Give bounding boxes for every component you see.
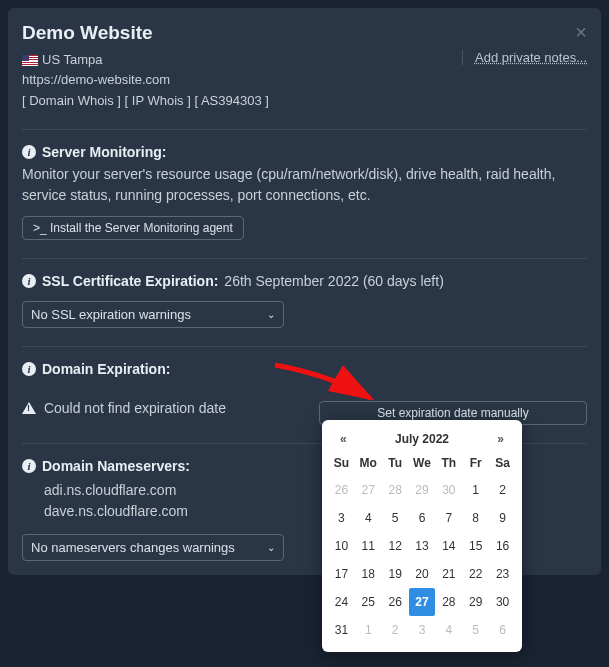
set-expiration-label: Set expiration date manually	[377, 406, 528, 420]
datepicker-day[interactable]: 6	[409, 504, 436, 532]
divider	[22, 258, 587, 259]
datepicker-day[interactable]: 27	[409, 588, 436, 616]
datepicker-day[interactable]: 8	[462, 504, 489, 532]
datepicker-day[interactable]: 3	[409, 616, 436, 644]
server-monitoring-desc: Monitor your server's resource usage (cp…	[22, 164, 587, 206]
datepicker-day[interactable]: 4	[355, 504, 382, 532]
datepicker-header: « July 2022 »	[328, 428, 516, 450]
add-notes-link[interactable]: Add private notes...	[462, 50, 587, 65]
datepicker-day[interactable]: 18	[355, 560, 382, 588]
datepicker-dow: We	[409, 450, 436, 476]
datepicker-day[interactable]: 28	[382, 476, 409, 504]
datepicker-day[interactable]: 5	[462, 616, 489, 644]
datepicker-dow: Mo	[355, 450, 382, 476]
datepicker-day[interactable]: 26	[328, 476, 355, 504]
location-line: US Tampa	[22, 50, 269, 70]
datepicker-day[interactable]: 26	[382, 588, 409, 616]
datepicker-day[interactable]: 28	[435, 588, 462, 616]
datepicker-day[interactable]: 7	[435, 504, 462, 532]
server-monitoring-title: i Server Monitoring:	[22, 144, 587, 160]
datepicker-day[interactable]: 2	[489, 476, 516, 504]
datepicker-day[interactable]: 10	[328, 532, 355, 560]
site-url[interactable]: https://demo-website.com	[22, 70, 269, 90]
section-label: Server Monitoring:	[42, 144, 166, 160]
nameservers-warnings-select[interactable]: No nameservers changes warnings ⌄	[22, 534, 284, 561]
datepicker-day[interactable]: 19	[382, 560, 409, 588]
info-icon: i	[22, 145, 36, 159]
info-icon: i	[22, 459, 36, 473]
datepicker-day[interactable]: 29	[409, 476, 436, 504]
ssl-title: SSL Certificate Expiration:	[42, 273, 218, 289]
datepicker-day[interactable]: 11	[355, 532, 382, 560]
divider	[22, 129, 587, 130]
us-flag-icon	[22, 55, 38, 66]
datepicker-next-button[interactable]: »	[493, 432, 508, 446]
divider	[22, 346, 587, 347]
ssl-value: 26th September 2022 (60 days left)	[224, 273, 443, 289]
datepicker-day[interactable]: 6	[489, 616, 516, 644]
datepicker-day[interactable]: 27	[355, 476, 382, 504]
datepicker-day[interactable]: 1	[462, 476, 489, 504]
ssl-warnings-select[interactable]: No SSL expiration warnings ⌄	[22, 301, 284, 328]
expiration-warning: Could not find expiration date	[22, 400, 226, 416]
header-row: US Tampa https://demo-website.com [ Doma…	[22, 50, 587, 111]
datepicker-day[interactable]: 13	[409, 532, 436, 560]
install-agent-button[interactable]: >_ Install the Server Monitoring agent	[22, 216, 244, 240]
section-label: Domain Nameservers:	[42, 458, 190, 474]
domain-expiration-title: i Domain Expiration:	[22, 361, 587, 377]
datepicker-day[interactable]: 24	[328, 588, 355, 616]
datepicker-grid: SuMoTuWeThFrSa26272829301234567891011121…	[328, 450, 516, 644]
datepicker-day[interactable]: 2	[382, 616, 409, 644]
warning-text: Could not find expiration date	[44, 400, 226, 416]
ns-select-label: No nameservers changes warnings	[31, 540, 235, 555]
page-title: Demo Website	[22, 22, 587, 44]
datepicker-day[interactable]: 1	[355, 616, 382, 644]
datepicker-dow: Sa	[489, 450, 516, 476]
location-text: US Tampa	[42, 52, 102, 67]
datepicker-popover: « July 2022 » SuMoTuWeThFrSa262728293012…	[322, 420, 522, 652]
section-label: Domain Expiration:	[42, 361, 170, 377]
datepicker-day[interactable]: 14	[435, 532, 462, 560]
datepicker-day[interactable]: 15	[462, 532, 489, 560]
info-icon: i	[22, 274, 36, 288]
datepicker-day[interactable]: 30	[489, 588, 516, 616]
ssl-row: i SSL Certificate Expiration: 26th Septe…	[22, 273, 587, 289]
datepicker-day[interactable]: 31	[328, 616, 355, 644]
datepicker-dow: Tu	[382, 450, 409, 476]
datepicker-day[interactable]: 30	[435, 476, 462, 504]
datepicker-day[interactable]: 12	[382, 532, 409, 560]
datepicker-dow: Th	[435, 450, 462, 476]
ssl-select-label: No SSL expiration warnings	[31, 307, 191, 322]
datepicker-day[interactable]: 3	[328, 504, 355, 532]
datepicker-day[interactable]: 17	[328, 560, 355, 588]
install-agent-label: >_ Install the Server Monitoring agent	[33, 221, 233, 235]
chevron-down-icon: ⌄	[267, 309, 275, 320]
datepicker-day[interactable]: 16	[489, 532, 516, 560]
datepicker-day[interactable]: 23	[489, 560, 516, 588]
datepicker-day[interactable]: 20	[409, 560, 436, 588]
datepicker-day[interactable]: 25	[355, 588, 382, 616]
datepicker-day[interactable]: 4	[435, 616, 462, 644]
datepicker-prev-button[interactable]: «	[336, 432, 351, 446]
datepicker-title[interactable]: July 2022	[351, 432, 494, 446]
location-block: US Tampa https://demo-website.com [ Doma…	[22, 50, 269, 111]
chevron-down-icon: ⌄	[267, 542, 275, 553]
datepicker-day[interactable]: 5	[382, 504, 409, 532]
datepicker-day[interactable]: 9	[489, 504, 516, 532]
datepicker-day[interactable]: 22	[462, 560, 489, 588]
close-button[interactable]: ×	[575, 22, 587, 42]
info-icon: i	[22, 362, 36, 376]
datepicker-dow: Su	[328, 450, 355, 476]
whois-links[interactable]: [ Domain Whois ] [ IP Whois ] [ AS394303…	[22, 91, 269, 111]
warning-icon	[22, 402, 36, 414]
datepicker-day[interactable]: 21	[435, 560, 462, 588]
datepicker-dow: Fr	[462, 450, 489, 476]
datepicker-day[interactable]: 29	[462, 588, 489, 616]
